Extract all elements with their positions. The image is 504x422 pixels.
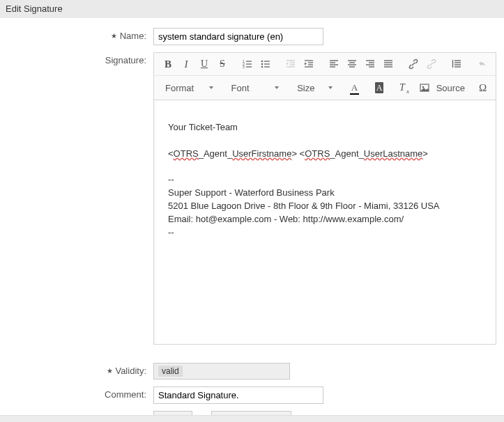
row-validity: ★ Validity: valid xyxy=(0,363,504,380)
bold-button[interactable]: B xyxy=(160,56,176,72)
chevron-down-icon xyxy=(209,86,213,89)
remove-format-button[interactable]: Tx xyxy=(395,79,409,96)
name-input[interactable] xyxy=(153,28,323,45)
svg-point-44 xyxy=(422,86,425,88)
undo-button xyxy=(473,56,490,72)
toolbar-row-2: Format Font Size A xyxy=(154,75,496,100)
link-button[interactable] xyxy=(405,56,422,72)
comment-input[interactable] xyxy=(153,386,323,404)
label-signature: Signature: xyxy=(0,52,153,65)
outdent-button xyxy=(282,56,299,72)
svg-point-8 xyxy=(261,66,264,68)
svg-point-6 xyxy=(261,61,264,63)
validity-value: valid xyxy=(158,366,183,377)
status-bar xyxy=(0,415,504,422)
svg-text:3: 3 xyxy=(243,65,245,69)
strike-button[interactable]: S xyxy=(214,56,231,72)
label-validity: ★ Validity: xyxy=(0,363,153,376)
svg-marker-21 xyxy=(305,63,307,65)
row-signature: Signature: B I U S 123 xyxy=(0,52,504,345)
panel-header: Edit Signature xyxy=(0,0,504,18)
rich-text-editor: B I U S 123 xyxy=(153,52,496,345)
row-name: ★ Name: xyxy=(0,28,504,45)
special-char-button[interactable]: Ω xyxy=(475,79,490,96)
align-justify-button[interactable] xyxy=(380,56,397,72)
image-button[interactable] xyxy=(418,79,432,96)
ordered-list-button[interactable]: 123 xyxy=(239,56,256,72)
unordered-list-button[interactable] xyxy=(257,56,274,72)
bg-color-button[interactable]: A xyxy=(370,79,388,96)
required-icon: ★ xyxy=(111,32,117,40)
underline-button[interactable]: U xyxy=(196,56,213,72)
format-select[interactable]: Format xyxy=(160,79,217,97)
chevron-down-icon xyxy=(275,86,279,89)
toolbar-row-1: B I U S 123 xyxy=(154,53,496,75)
editor-toolbar: B I U S 123 xyxy=(154,53,496,100)
row-comment: Comment: xyxy=(0,386,504,404)
panel-title: Edit Signature xyxy=(6,3,63,14)
italic-button[interactable]: I xyxy=(178,56,194,72)
validity-select[interactable]: valid xyxy=(153,363,290,380)
chevron-down-icon xyxy=(328,86,333,89)
indent-button[interactable] xyxy=(300,56,317,72)
svg-marker-16 xyxy=(287,63,289,65)
form: ★ Name: Signature: B I U S xyxy=(0,18,504,422)
align-left-button[interactable] xyxy=(326,56,342,72)
remove-quote-button[interactable] xyxy=(448,56,465,72)
required-icon: ★ xyxy=(107,367,113,375)
source-button[interactable]: Source xyxy=(434,79,468,96)
label-name: ★ Name: xyxy=(0,28,153,41)
text-color-button[interactable]: A xyxy=(345,79,363,96)
font-select[interactable]: Font xyxy=(226,79,284,97)
editor-content[interactable]: Your Ticket-Team <OTRS_Agent_UserFirstna… xyxy=(154,100,496,344)
label-comment: Comment: xyxy=(0,386,153,400)
unlink-button xyxy=(423,56,440,72)
align-right-button[interactable] xyxy=(362,56,379,72)
size-select[interactable]: Size xyxy=(291,79,337,97)
svg-point-7 xyxy=(261,63,264,65)
align-center-button[interactable] xyxy=(344,56,360,72)
